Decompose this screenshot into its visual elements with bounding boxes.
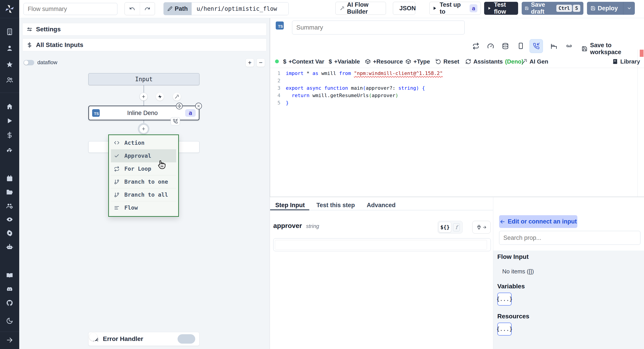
menu-item-approval[interactable]: Approval: [111, 149, 176, 162]
all-static-inputs-row[interactable]: All Static Inputs: [22, 39, 266, 51]
building-icon[interactable]: [6, 28, 13, 35]
eye-icon[interactable]: [6, 216, 13, 223]
add-variable-button[interactable]: $+Variable: [329, 55, 360, 68]
user-icon[interactable]: [6, 45, 13, 52]
field-type-label: string: [306, 223, 319, 229]
deploy-button[interactable]: Deploy: [587, 2, 635, 15]
step-node-id-badge: a: [185, 109, 196, 117]
retry-repeat-icon[interactable]: [472, 43, 479, 50]
zap-icon: [158, 94, 162, 99]
zoom-in-button[interactable]: +: [246, 58, 254, 67]
rotate-ccw-icon: [435, 59, 441, 65]
gauge-icon[interactable]: [487, 43, 494, 50]
calendar-icon[interactable]: [6, 175, 13, 182]
resources-object-chip[interactable]: {...}: [497, 322, 512, 335]
edit-or-connect-button[interactable]: Edit or connect an input: [499, 215, 577, 228]
sidebar-divider: [0, 331, 19, 332]
search-prop-input[interactable]: [499, 231, 640, 245]
add-context-var-button[interactable]: $+Context Var: [283, 55, 324, 68]
variables-object-chip[interactable]: {...}: [497, 293, 512, 306]
menu-item-branch-to-all[interactable]: Branch to all: [111, 188, 176, 201]
play-icon[interactable]: [6, 117, 13, 124]
windmill-logo[interactable]: [5, 4, 14, 14]
test-flow-button[interactable]: Test flow: [484, 2, 518, 15]
input-mode-toggle-group: ${} f: [438, 221, 463, 234]
star-icon[interactable]: [6, 61, 13, 68]
step-node-inline-deno[interactable]: TS Inline Deno a: [88, 106, 200, 120]
database-icon[interactable]: [502, 43, 509, 50]
repeat-icon: [114, 166, 120, 172]
add-resource-button[interactable]: +Resource: [365, 55, 403, 68]
redo-button[interactable]: [140, 3, 155, 15]
menu-item-for-loop[interactable]: For Loop: [111, 162, 176, 175]
dataflow-toggle[interactable]: [24, 60, 34, 65]
suspend-approval-button[interactable]: [530, 39, 543, 53]
boxes-icon[interactable]: [6, 146, 13, 153]
ai-gen-button[interactable]: AI Gen: [522, 55, 548, 68]
moon-icon[interactable]: [6, 317, 13, 324]
zoom-out-button[interactable]: −: [256, 58, 265, 67]
code-editor-lines[interactable]: 1import * as wmill from "npm:windmill-cl…: [270, 70, 637, 107]
flow-settings-label: Settings: [36, 26, 60, 33]
trigger-button[interactable]: [156, 93, 164, 101]
undo-button[interactable]: [125, 3, 140, 15]
insert-step-below-button[interactable]: [138, 123, 149, 135]
arrow-right-icon[interactable]: [6, 336, 13, 344]
error-handler-row[interactable]: Error Handler: [88, 332, 200, 346]
add-type-button[interactable]: +Type: [406, 55, 430, 68]
reset-button[interactable]: Reset: [435, 55, 459, 68]
field-value-inner-input[interactable]: [275, 240, 487, 250]
windmill-flow-editor: Path u/henri/optimistic_flow AI Flow Bui…: [0, 0, 644, 349]
connect-input-button[interactable]: [472, 221, 490, 234]
deploy-dropdown-button[interactable]: [623, 2, 635, 15]
voicemail-icon[interactable]: [565, 43, 573, 49]
github-icon[interactable]: [6, 299, 13, 306]
users-cog-icon[interactable]: [6, 202, 13, 209]
tab-advanced[interactable]: Advanced: [367, 202, 396, 209]
test-up-to-button[interactable]: Test up to a: [429, 2, 481, 15]
save-draft-button[interactable]: Save draft CtrlS: [522, 2, 584, 15]
save-to-workspace-button[interactable]: Save to workspace: [582, 42, 644, 56]
menu-item-action[interactable]: Action: [111, 136, 176, 149]
menu-item-flow[interactable]: Flow: [111, 201, 176, 214]
move-step-button[interactable]: [176, 103, 183, 109]
error-handler-toggle[interactable]: [178, 334, 195, 344]
folder-open-icon[interactable]: [6, 189, 13, 196]
summary-input[interactable]: [292, 21, 465, 35]
insert-step-button[interactable]: [140, 93, 148, 101]
prop-picker-body: Flow Input No items ([]) Variables {...}…: [493, 251, 644, 349]
library-button[interactable]: Library: [612, 55, 640, 68]
flow-settings-row[interactable]: Settings: [22, 23, 266, 36]
path-button[interactable]: Path: [164, 3, 192, 15]
dollar-icon: $: [329, 58, 332, 65]
expr-mode-button[interactable]: ${}: [439, 222, 451, 232]
bot-icon[interactable]: [6, 243, 13, 251]
ai-suggest-button[interactable]: [173, 93, 181, 101]
sleep-bed-icon[interactable]: [550, 43, 558, 50]
path-control[interactable]: Path u/henri/optimistic_flow: [164, 2, 289, 15]
panel-splitter[interactable]: [270, 197, 644, 197]
users-icon[interactable]: [6, 76, 13, 84]
prop-picker-panel: Edit or connect an input Flow Input No i…: [493, 197, 644, 349]
ai-flow-builder-button[interactable]: AI Flow Builder: [336, 2, 386, 15]
delete-step-button[interactable]: [195, 103, 202, 109]
book-icon: [612, 59, 618, 65]
json-button[interactable]: JSON: [393, 2, 415, 15]
tab-test-this-step[interactable]: Test this step: [316, 202, 355, 209]
home-icon[interactable]: [6, 103, 13, 110]
input-node[interactable]: Input: [88, 73, 200, 85]
tab-step-input[interactable]: Step Input: [275, 202, 305, 209]
smartphone-icon[interactable]: [518, 42, 524, 50]
book-open-icon[interactable]: [6, 272, 13, 279]
arrow-left-icon: [500, 219, 505, 224]
flow-summary-input[interactable]: [24, 3, 118, 15]
assistants-lang-label: (Deno): [505, 58, 524, 65]
flow-graph-panel: Settings All Static Inputs dataflow + − …: [19, 18, 270, 349]
field-value-input[interactable]: [273, 238, 491, 251]
fn-mode-button[interactable]: f: [453, 223, 460, 231]
dollar-icon[interactable]: [6, 132, 13, 139]
discord-icon[interactable]: [6, 286, 13, 293]
menu-item-branch-to-one[interactable]: Branch to one: [111, 175, 176, 188]
settings-gear-icon[interactable]: [6, 229, 13, 237]
assistants-button[interactable]: Assistants (Deno): [465, 55, 524, 68]
